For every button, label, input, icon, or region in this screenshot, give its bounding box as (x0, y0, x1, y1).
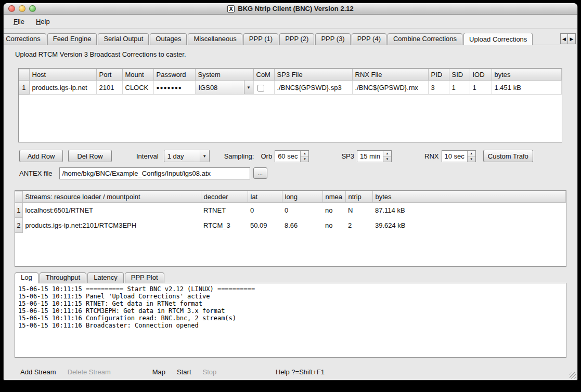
rnx-file-cell[interactable]: ./BNC${GPSWD}.rnx (352, 81, 428, 95)
system-cell: IGS08 ▼ (195, 81, 253, 95)
spinner-arrows-icon[interactable]: ▲▼ (300, 151, 308, 162)
tab-latency[interactable]: Latency (87, 272, 124, 283)
tab-ppp-1[interactable]: PPP (1) (243, 33, 278, 45)
add-stream-button[interactable]: Add Stream (15, 366, 62, 378)
sp3-sampling-spinner[interactable]: 15 min ▲▼ (357, 150, 392, 162)
decoder-cell[interactable]: RTCM_3 (201, 218, 248, 233)
stop-button: Stop (197, 366, 223, 378)
com-checkbox[interactable] (257, 85, 264, 92)
col-bytes: bytes (372, 191, 566, 203)
col-long: long (282, 191, 322, 203)
tab-scroll-left-icon[interactable]: ◀ (560, 33, 568, 44)
traffic-lights (8, 5, 36, 12)
lat-cell[interactable]: 0 (248, 203, 282, 218)
row-header: 2 (15, 218, 22, 233)
decoder-cell[interactable]: RTNET (201, 203, 248, 218)
spinner-arrows-icon[interactable]: ▲▼ (383, 151, 391, 162)
nmea-cell[interactable]: no (322, 203, 345, 218)
map-button[interactable]: Map (147, 366, 171, 378)
col-iod: IOD (470, 69, 492, 81)
minimize-button[interactable] (19, 5, 25, 12)
tab-upload-corrections[interactable]: Upload Corrections (463, 33, 533, 45)
mountpoint-cell[interactable]: localhost:6501/RTNET (22, 203, 201, 218)
com-cell (253, 81, 274, 95)
mount-cell[interactable]: CLOCK (122, 81, 153, 95)
tab-serial-output[interactable]: Serial Output (98, 33, 149, 45)
antex-browse-button[interactable]: ... (253, 167, 267, 179)
chevron-down-icon: ▼ (244, 81, 253, 94)
bottom-toolbar: Add Stream Delete Stream Map Start Stop … (4, 365, 577, 378)
sid-cell[interactable]: 1 (449, 81, 470, 95)
tab-ppp-2[interactable]: PPP (2) (279, 33, 314, 45)
custom-trafo-button[interactable]: Custom Trafo (483, 150, 533, 162)
resize-grip[interactable] (570, 372, 576, 379)
long-cell[interactable]: 8.66 (282, 218, 322, 233)
antex-file-input[interactable] (59, 167, 250, 179)
col-mount: Mount (122, 69, 153, 81)
menu-file[interactable]: File (9, 16, 29, 27)
del-row-button[interactable]: Del Row (68, 150, 112, 162)
rnx-sampling-spinner[interactable]: 10 sec ▲▼ (442, 150, 476, 162)
tab-ppp-plot[interactable]: PPP Plot (125, 272, 164, 283)
output-tab-bar: Log Throughput Latency PPP Plot (15, 272, 577, 283)
rnx-label: RNX (424, 152, 438, 160)
corner-header (19, 69, 29, 81)
host-cell[interactable]: products.igs-ip.net (29, 81, 96, 95)
port-cell[interactable]: 2101 (96, 81, 122, 95)
col-rnx-file: RNX File (352, 69, 428, 81)
password-cell[interactable]: ●●●●●●● (153, 81, 195, 95)
titlebar[interactable]: X BKG Ntrip Client (BNC) Version 2.12 (4, 3, 577, 15)
tab-scroll-right-icon[interactable]: ▶ (568, 33, 576, 44)
long-cell[interactable]: 0 (282, 203, 322, 218)
pid-cell[interactable]: 3 (428, 81, 449, 95)
lat-cell[interactable]: 50.09 (248, 218, 282, 233)
zoom-button[interactable] (29, 5, 36, 12)
ntrip-cell[interactable]: N (345, 203, 372, 218)
interval-select[interactable]: 1 day ▼ (164, 150, 210, 162)
interval-label: Interval (136, 152, 159, 160)
col-host: Host (29, 69, 96, 81)
log-line: 15-06-15 10:11:15 Panel 'Upload Correcti… (18, 293, 563, 300)
tab-throughput[interactable]: Throughput (40, 272, 87, 283)
tab-broadcast-corrections[interactable]: t Corrections (4, 33, 46, 45)
close-button[interactable] (8, 5, 15, 12)
tab-combine-corrections[interactable]: Combine Corrections (388, 33, 462, 45)
col-decoder: decoder (201, 191, 248, 203)
col-nmea: nmea (322, 191, 345, 203)
tab-feed-engine[interactable]: Feed Engine (47, 33, 97, 45)
spinner-arrows-icon[interactable]: ▲▼ (467, 151, 475, 162)
bytes-cell: 39.624 kB (372, 218, 566, 233)
iod-cell[interactable]: 1 (470, 81, 492, 95)
col-bytes: bytes (492, 69, 562, 81)
streams-table: Streams: resource loader / mountpoint de… (15, 191, 566, 233)
start-button[interactable]: Start (171, 366, 197, 378)
tab-outages[interactable]: Outages (150, 33, 187, 45)
menu-help[interactable]: Help (31, 16, 55, 27)
mountpoint-cell[interactable]: products.igs-ip.net:2101/RTCM3EPH (22, 218, 201, 233)
orb-sampling-value: 60 sec (275, 151, 300, 162)
stream-row[interactable]: 1 localhost:6501/RTNET RTNET 0 0 no N 87… (15, 203, 566, 218)
col-system: System (195, 69, 253, 81)
ntrip-cell[interactable]: 2 (345, 218, 372, 233)
corner-header (15, 191, 22, 203)
tab-ppp-3[interactable]: PPP (3) (315, 33, 350, 45)
sp3-file-cell[interactable]: ./BNC${GPSWD}.sp3 (274, 81, 352, 95)
bytes-cell: 87.114 kB (372, 203, 566, 218)
streams-table-frame: Streams: resource loader / mountpoint de… (15, 190, 566, 267)
app-window: X BKG Ntrip Client (BNC) Version 2.12 Fi… (4, 3, 577, 380)
add-row-button[interactable]: Add Row (19, 150, 63, 162)
tab-miscellaneous[interactable]: Miscellaneous (188, 33, 242, 45)
upload-table: Host Port Mount Password System CoM SP3 … (19, 69, 562, 95)
panel-description: Upload RTCM Version 3 Broadcast Correcti… (15, 50, 577, 59)
tab-log[interactable]: Log (15, 272, 38, 283)
delete-stream-button: Delete Stream (62, 366, 117, 378)
antex-file-label: ANTEX file (19, 169, 53, 177)
orb-sampling-spinner[interactable]: 60 sec ▲▼ (275, 150, 309, 162)
log-output[interactable]: 15-06-15 10:11:15 ========== Start BNC v… (15, 283, 566, 358)
upload-controls-row: Add Row Del Row Interval 1 day ▼ Samplin… (19, 150, 577, 162)
nmea-cell[interactable]: no (322, 218, 345, 233)
chevron-down-icon: ▼ (200, 150, 209, 162)
tab-ppp-4[interactable]: PPP (4) (352, 33, 386, 45)
stream-row[interactable]: 2 products.igs-ip.net:2101/RTCM3EPH RTCM… (15, 218, 566, 233)
system-select[interactable]: IGS08 ▼ (196, 81, 253, 94)
